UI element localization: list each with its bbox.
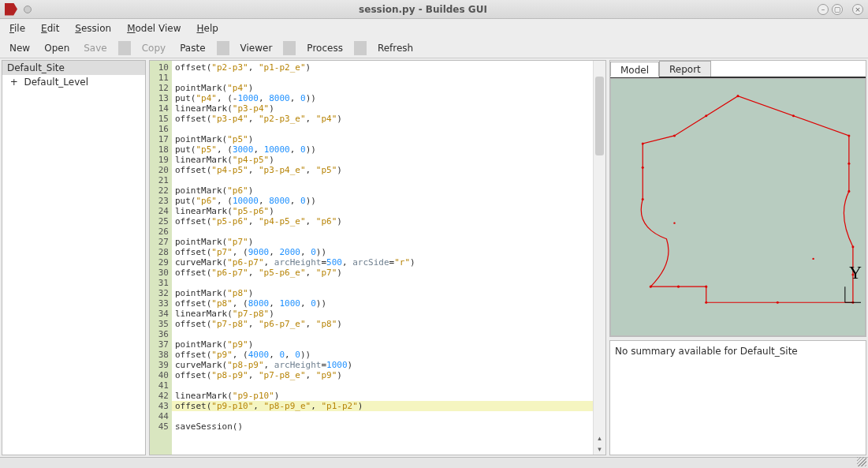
resize-grip-icon[interactable] bbox=[857, 457, 866, 466]
code-line[interactable]: offset("p3-p4", "p2-p3_e", "p4") bbox=[172, 114, 593, 124]
tree-root[interactable]: Default_Site bbox=[2, 61, 145, 75]
code-line[interactable]: linearMark("p7-p8") bbox=[172, 309, 593, 319]
code-line[interactable] bbox=[172, 227, 593, 237]
code-line[interactable]: offset("p2-p3", "p1-p2_e") bbox=[172, 62, 593, 73]
code-line[interactable] bbox=[172, 124, 593, 134]
toolbar-sep bbox=[354, 41, 367, 55]
scroll-down-icon[interactable]: ▾ bbox=[594, 444, 605, 455]
code-line[interactable] bbox=[172, 175, 593, 185]
tool-new[interactable]: New bbox=[3, 41, 36, 55]
preview-tabs: Model Report bbox=[610, 61, 866, 78]
code-line[interactable]: offset("p4-p5", "p3-p4_e", "p5") bbox=[172, 165, 593, 175]
maximize-button[interactable]: ▢ bbox=[832, 4, 843, 15]
toolbar: New Open Save Copy Paste Viewer Process … bbox=[0, 38, 868, 58]
code-line[interactable]: pointMark("p7") bbox=[172, 237, 593, 247]
svg-point-0 bbox=[642, 167, 644, 169]
close-button[interactable]: × bbox=[852, 4, 863, 15]
summary-text: No summary available for Default_Site bbox=[615, 346, 798, 357]
code-line[interactable]: pointMark("p6") bbox=[172, 185, 593, 196]
code-line[interactable]: offset("p7", (9000, 2000, 0)) bbox=[172, 247, 593, 257]
code-line[interactable]: pointMark("p5") bbox=[172, 134, 593, 144]
code-line[interactable]: offset("p9-p10", "p8-p9_e", "p1-p2") bbox=[172, 401, 593, 411]
summary-panel: No summary available for Default_Site bbox=[609, 340, 866, 455]
code-line[interactable] bbox=[172, 411, 593, 421]
menu-session[interactable]: Session bbox=[69, 21, 117, 36]
svg-point-4 bbox=[736, 95, 739, 97]
code-line[interactable]: curveMark("p6-p7", arcHeight=500, arcSid… bbox=[172, 257, 593, 268]
window-title: session.py - Buildes GUI bbox=[32, 4, 814, 15]
code-line[interactable]: offset("p6-p7", "p5-p6_e", "p7") bbox=[172, 268, 593, 278]
code-line[interactable] bbox=[172, 278, 593, 288]
model-viewer[interactable]: Y bbox=[610, 78, 866, 336]
code-line[interactable]: pointMark("p8") bbox=[172, 288, 593, 298]
svg-point-5 bbox=[792, 114, 795, 117]
tool-copy: Copy bbox=[136, 41, 172, 55]
code-line[interactable]: curveMark("p8-p9", arcHeight=1000) bbox=[172, 360, 593, 370]
titlebar-dot-icon bbox=[24, 6, 32, 13]
code-area[interactable]: offset("p2-p3", "p1-p2_e")pointMark("p4"… bbox=[172, 61, 593, 455]
code-line[interactable]: linearMark("p9-p10") bbox=[172, 391, 593, 401]
tab-model[interactable]: Model bbox=[610, 62, 659, 77]
svg-point-18 bbox=[673, 222, 675, 223]
line-gutter: 1011121314151617181920212223242526272829… bbox=[150, 61, 172, 455]
svg-point-1 bbox=[642, 142, 644, 144]
toolbar-sep bbox=[283, 41, 296, 55]
code-line[interactable] bbox=[172, 380, 593, 391]
svg-point-17 bbox=[642, 198, 644, 200]
code-line[interactable]: offset("p7-p8", "p6-p7_e", "p8") bbox=[172, 319, 593, 329]
code-editor[interactable]: 1011121314151617181920212223242526272829… bbox=[149, 60, 606, 455]
code-line[interactable]: pointMark("p4") bbox=[172, 83, 593, 93]
svg-point-3 bbox=[705, 114, 707, 117]
menu-edit[interactable]: Edit bbox=[35, 21, 65, 36]
svg-point-9 bbox=[851, 245, 854, 248]
code-line[interactable]: linearMark("p5-p6") bbox=[172, 206, 593, 216]
axis-label: Y bbox=[849, 263, 862, 283]
scroll-thumb[interactable] bbox=[595, 77, 604, 155]
code-line[interactable]: put("p4", (-1000, 8000, 0)) bbox=[172, 93, 593, 103]
code-line[interactable]: offset("p8", (8000, 1000, 0)) bbox=[172, 298, 593, 309]
svg-point-13 bbox=[705, 301, 707, 304]
code-line[interactable] bbox=[172, 329, 593, 339]
menu-modelview[interactable]: Model View bbox=[121, 21, 187, 36]
code-line[interactable]: put("p6", (10000, 8000, 0)) bbox=[172, 196, 593, 206]
preview-panel: Model Report Y bbox=[609, 60, 866, 337]
svg-point-12 bbox=[777, 301, 779, 304]
code-line[interactable]: linearMark("p4-p5") bbox=[172, 155, 593, 165]
code-line[interactable]: offset("p5-p6", "p4-p5_e", "p6") bbox=[172, 216, 593, 227]
titlebar: session.py - Buildes GUI – ▢ × bbox=[0, 0, 868, 19]
svg-point-6 bbox=[848, 134, 850, 137]
menu-help[interactable]: Help bbox=[190, 21, 224, 36]
scroll-up-icon[interactable]: ▴ bbox=[594, 432, 605, 444]
code-line[interactable] bbox=[172, 73, 593, 83]
minimize-button[interactable]: – bbox=[818, 4, 829, 15]
tab-report[interactable]: Report bbox=[659, 61, 711, 77]
svg-point-14 bbox=[705, 286, 707, 288]
tree-child[interactable]: + Default_Level bbox=[2, 75, 145, 89]
tool-paste[interactable]: Paste bbox=[173, 41, 211, 55]
svg-point-15 bbox=[677, 286, 680, 288]
svg-point-16 bbox=[650, 286, 652, 288]
menubar: File Edit Session Model View Help bbox=[0, 19, 868, 38]
tool-process[interactable]: Process bbox=[300, 41, 349, 55]
code-line[interactable]: offset("p9", (4000, 0, 0)) bbox=[172, 350, 593, 360]
statusbar bbox=[0, 457, 868, 468]
tool-open[interactable]: Open bbox=[38, 41, 76, 55]
svg-point-8 bbox=[848, 190, 850, 193]
code-line[interactable]: pointMark("p9") bbox=[172, 339, 593, 350]
tool-save: Save bbox=[77, 41, 113, 55]
tool-refresh[interactable]: Refresh bbox=[371, 41, 419, 55]
code-line[interactable]: saveSession() bbox=[172, 421, 593, 432]
app-icon bbox=[5, 3, 17, 16]
model-outline bbox=[641, 96, 853, 303]
menu-file[interactable]: File bbox=[3, 21, 32, 36]
code-line[interactable]: linearMark("p3-p4") bbox=[172, 103, 593, 114]
toolbar-sep bbox=[118, 41, 131, 55]
scrollbar[interactable]: ▴ ▾ bbox=[593, 61, 605, 455]
code-line[interactable]: offset("p8-p9", "p7-p8_e", "p9") bbox=[172, 370, 593, 380]
toolbar-sep bbox=[217, 41, 229, 55]
tree-panel[interactable]: Default_Site + Default_Level bbox=[2, 60, 146, 455]
svg-point-7 bbox=[848, 163, 850, 165]
code-line[interactable]: put("p5", (3000, 10000, 0)) bbox=[172, 144, 593, 155]
tool-viewer[interactable]: Viewer bbox=[234, 41, 279, 55]
svg-point-2 bbox=[673, 134, 676, 137]
